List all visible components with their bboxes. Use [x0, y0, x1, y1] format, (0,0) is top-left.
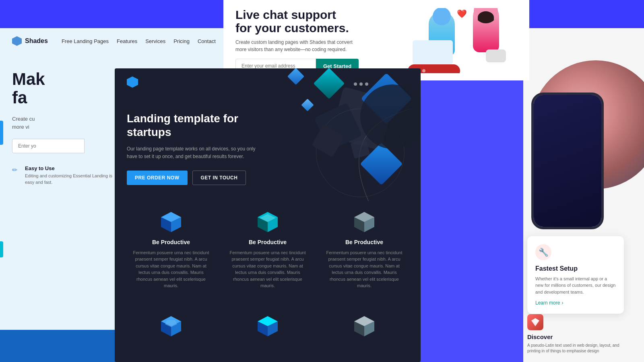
left-scroll-indicator-bottom — [0, 241, 3, 257]
nav-logo-text: Shades — [25, 37, 48, 45]
feature-card-4 — [127, 309, 215, 347]
feature-card-5 — [223, 309, 312, 347]
card-fastest-title: Fastest Setup — [535, 265, 616, 272]
feature-easy-title: Easy to Use — [25, 165, 114, 171]
discover-section: Discover A pseudo-Latin text used in web… — [527, 314, 628, 354]
nav-link-landing[interactable]: Free Landing Pages — [62, 38, 109, 44]
icon-shape-3 — [352, 210, 376, 232]
icon-shape-5 — [256, 314, 280, 336]
phone-screen-bg — [534, 95, 601, 227]
feature-icon-2 — [254, 209, 282, 233]
feature-icon-1 — [157, 209, 185, 233]
shades-logo-icon — [12, 36, 22, 46]
gem-icon — [530, 317, 540, 327]
top-center-illustration: ❤️ — [405, 8, 517, 73]
person-hair — [478, 11, 494, 23]
learn-more-link[interactable]: Learn more › — [535, 300, 616, 306]
feature-easy-text: Easy to Use Editing and customizing Esse… — [25, 165, 114, 185]
top-center-title: Live chat supportfor your customers. — [235, 8, 392, 35]
feature-icon-6 — [350, 313, 378, 337]
icon-shape-1 — [159, 210, 183, 232]
icon-shape-2 — [256, 210, 280, 232]
feature-title-2: Be Productive — [227, 239, 308, 245]
pre-order-button[interactable]: PRE ORDER NOW — [127, 171, 188, 185]
feature-desc-3: Fermentum posuere urna nec tincidunt pra… — [324, 249, 405, 289]
left-panel-title-text: Makfa — [12, 70, 45, 107]
panel-center-startup: Landing template for startups Our landin… — [115, 68, 421, 362]
features-grid-row1: Be Productive Fermentum posuere urna nec… — [115, 193, 421, 305]
left-scroll-indicator-top — [0, 121, 3, 145]
panel-right: 🔧 Fastest Setup Whether it's a small int… — [523, 28, 644, 362]
center-main-content: Landing template for startups Our landin… — [115, 96, 421, 193]
feature-card-3: Be Productive Fermentum posuere urna nec… — [320, 205, 409, 293]
arrow-right-icon: › — [561, 300, 563, 306]
feature-card-1: Be Productive Fermentum posuere urna nec… — [127, 205, 215, 293]
center-header — [115, 68, 421, 96]
feature-desc-2: Fermentum posuere urna nec tincidunt pra… — [227, 249, 308, 289]
left-panel-email-input[interactable] — [12, 139, 85, 153]
pencil-icon: ✏ — [12, 166, 20, 174]
heart-icon: ❤️ — [457, 9, 467, 19]
fastest-setup-card: 🔧 Fastest Setup Whether it's a small int… — [527, 236, 624, 314]
feature-card-2: Be Productive Fermentum posuere urna nec… — [223, 205, 312, 293]
feature-card-6 — [320, 309, 409, 347]
nav-links: Free Landing Pages Features Services Pri… — [62, 38, 216, 44]
phone-mockup — [531, 93, 604, 229]
tools-icon: 🔧 — [535, 244, 551, 260]
card-fastest-desc: Whether it's a small internal app or a n… — [535, 276, 616, 296]
person-left-head — [433, 8, 451, 25]
feature-desc-1: Fermentum posuere urna nec tincidunt pra… — [131, 249, 211, 289]
features-grid-row2 — [115, 305, 421, 355]
laptop-base — [413, 40, 453, 64]
center-main-title: Landing template for startups — [127, 112, 264, 139]
center-logo-icon — [127, 76, 138, 88]
left-panel-nav: Shades Free Landing Pages Features Servi… — [0, 28, 229, 54]
top-center-subtitle: Create custom landing pages with Shades … — [235, 39, 392, 53]
nav-link-services[interactable]: Services — [145, 38, 165, 44]
icon-shape-6 — [352, 314, 376, 336]
nav-link-pricing[interactable]: Pricing — [173, 38, 190, 44]
get-in-touch-button[interactable]: GET IN TOUCH — [192, 171, 246, 185]
feature-title-3: Be Productive — [324, 239, 405, 245]
left-panel-subtitle: Create cumore vi — [12, 115, 125, 131]
discover-desc: A pseudo-Latin text used in web design, … — [527, 343, 628, 354]
nav-link-features[interactable]: Features — [117, 38, 137, 44]
feature-title-1: Be Productive — [131, 239, 211, 245]
center-main-desc: Our landing page template works on all d… — [127, 145, 264, 160]
top-center-text-block: Live chat supportfor your customers. Cre… — [235, 8, 392, 73]
learn-more-text[interactable]: Learn more — [535, 300, 560, 306]
feature-icon-5 — [254, 313, 282, 337]
nav-logo: Shades — [12, 36, 48, 46]
chat-illustration: ❤️ — [405, 8, 509, 73]
center-cta-buttons: PRE ORDER NOW GET IN TOUCH — [127, 171, 409, 185]
discover-title: Discover — [527, 333, 628, 340]
svg-marker-27 — [531, 318, 539, 323]
feature-icon-3 — [350, 209, 378, 233]
chat-bubble-gray — [486, 49, 506, 62]
nav-link-contact[interactable]: Contact — [198, 38, 216, 44]
icon-shape-4 — [159, 314, 183, 336]
feature-icon-4 — [157, 313, 185, 337]
phone-screen — [534, 95, 601, 227]
discover-icon — [527, 314, 543, 330]
feature-easy-desc: Editing and customizing Essential Landin… — [25, 173, 114, 185]
